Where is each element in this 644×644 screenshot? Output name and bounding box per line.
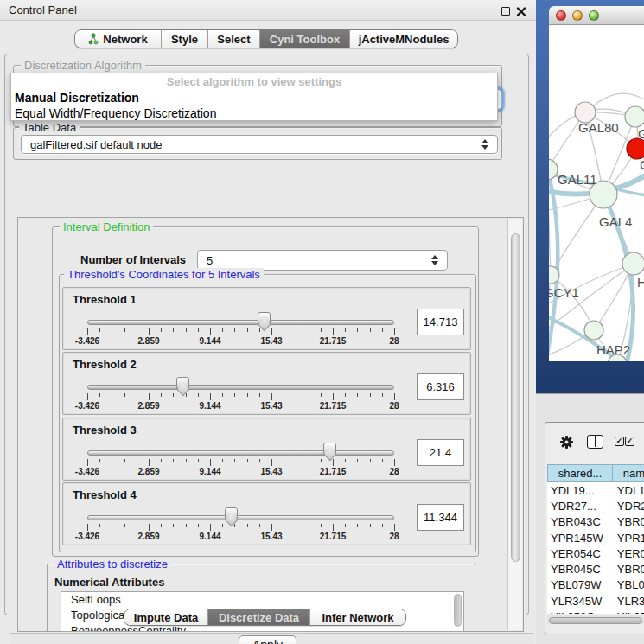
interval-definition-group: Interval Definition Number of Intervals … [52,226,479,557]
tick-label: 15.43 [245,532,297,541]
list-scrollbar[interactable] [454,594,462,627]
threshold-label: Threshold 2 [73,358,137,371]
checkbox-icon[interactable]: ✓ [615,437,624,446]
tick-label: 21.715 [307,467,359,476]
control-panel-window: Control Panel Network Style Select Cyni … [0,0,536,644]
slider-track[interactable] [87,515,394,520]
checkbox-icon[interactable]: ✓ [625,437,634,446]
close-traffic-light[interactable] [556,10,566,21]
threshold-slider-panel: Threshold 3-3.4262.8599.14415.4321.71528… [62,418,471,481]
close-icon[interactable] [516,5,526,16]
algorithm-dropdown-popup: Select algorithm to view settings Manual… [10,73,498,121]
tick-label: -3.426 [61,336,113,346]
threshold-value-field[interactable]: 6.316 [417,373,464,400]
tick-label: 28 [368,336,420,346]
group-title: Attributes to discretize [54,558,171,571]
table-row[interactable]: YER054CYER054C [547,545,644,561]
horizontal-scrollbar[interactable] [547,615,644,624]
cytopanel-tabs: Network Style Select Cyni Toolbox jActiv… [74,29,458,48]
table-row[interactable]: YBL079WYBL079W [547,577,644,593]
network-canvas[interactable]: GAL80GALCGAL11GAL4GCY1HHAP2 [549,25,644,361]
network-node-label: GAL11 [558,172,597,187]
table-row[interactable]: YIL052CYIL052C [547,609,644,614]
attribute-list-item[interactable]: SelfLoops [61,592,463,608]
network-node-label: C [640,157,644,172]
slider-ticks [87,524,395,532]
tab-infer-network[interactable]: Infer Network [310,609,405,625]
slider-thumb[interactable] [176,377,189,389]
group-title: Discretization Algorithm [21,59,145,72]
tab-cyni-toolbox[interactable]: Cyni Toolbox [260,30,350,48]
number-of-intervals-label: Number of Intervals [80,253,186,266]
threshold-label: Threshold 1 [73,293,137,306]
column-header-shared-name[interactable]: shared... [547,464,612,482]
slider-track[interactable] [87,385,394,390]
zoom-traffic-light[interactable] [589,10,599,21]
tick-label: 21.715 [307,401,359,411]
network-node-label: GAL4 [599,214,632,229]
network-node[interactable] [627,138,644,159]
tick-label: 2.859 [123,401,175,411]
threshold-value-field[interactable]: 14.713 [417,309,464,335]
threshold-value-field[interactable]: 21.4 [417,439,464,466]
tick-label: 15.43 [245,467,297,476]
cyni-toolbox-panel: Discretization Algorithm Table Data galF… [4,54,529,615]
table-header-row: shared... name [547,464,644,482]
table-row[interactable]: YBR043CYBR043C [547,514,644,530]
spinner-icon [431,255,439,265]
table-row[interactable]: YDR27...YDR27... [547,498,644,513]
table-row[interactable]: YPR145WYPR145W [547,530,644,545]
threshold-slider-panel: Threshold 4-3.4262.8599.14415.4321.71528… [62,482,471,545]
tick-label: 28 [368,532,420,541]
scrollbar-thumb[interactable] [549,617,642,624]
network-node-label: GCY1 [549,285,579,300]
network-node[interactable] [625,106,644,127]
vertical-scrollbar[interactable] [507,219,522,630]
table-data-group: Table Data galFiltered.sif default node [13,127,502,160]
table-row[interactable]: YLR345WYLR345W [547,593,644,609]
table-rows: YDL19...YDL19...YDR27...YDR27...YBR043CY… [547,482,644,614]
control-panel-titlebar: Control Panel [0,0,536,21]
window-title: Control Panel [9,3,77,16]
slider-thumb[interactable] [258,312,271,324]
network-node[interactable] [584,321,603,340]
gear-icon[interactable] [559,435,574,453]
table-data-select[interactable]: galFiltered.sif default node [21,135,498,154]
threshold-value-field[interactable]: 11.344 [417,504,464,531]
network-node[interactable] [622,252,644,275]
dropdown-hint: Select algorithm to view settings [11,75,497,88]
network-window-titlebar [549,6,644,25]
threshold-slider-panel: Threshold 2-3.4262.8599.14415.4321.71528… [62,352,471,415]
tab-jactivemnodules[interactable]: jActiveMNodules [350,30,457,48]
network-node-label: HAP2 [596,342,630,357]
tick-label: 9.144 [184,401,236,411]
network-node-label: GAL80 [578,120,619,135]
table-row[interactable]: YBR045CYBR045C [547,561,644,577]
slider-thumb[interactable] [323,443,336,455]
tab-discretize-data[interactable]: Discretize Data [208,609,310,625]
tick-label: 2.859 [123,532,175,541]
spinner-icon [481,139,489,150]
apply-button[interactable]: Apply [239,635,296,644]
slider-thumb[interactable] [225,507,238,520]
table-row[interactable]: YDL19...YDL19... [547,482,644,498]
float-window-icon[interactable] [501,7,510,16]
tick-label: 2.859 [123,336,175,346]
threshold-label: Threshold 3 [73,424,137,437]
tab-network[interactable]: Network [75,30,162,48]
tick-label: 28 [368,401,420,411]
scrollbar-thumb[interactable] [511,233,520,562]
dropdown-option-equal-width[interactable]: Equal Width/Frequency Discretization [15,105,495,121]
dropdown-option-manual[interactable]: Manual Discretization [15,90,495,105]
table-browser-window: ✓ ✓ shared... name YDL19...YDL19...YDR27… [545,422,644,634]
minimize-traffic-light[interactable] [572,10,583,21]
column-header-name[interactable]: name [612,464,644,482]
tab-select[interactable]: Select [208,30,260,48]
slider-track[interactable] [87,320,394,325]
tab-impute-data[interactable]: Impute Data [124,609,208,625]
tick-label: 2.859 [123,467,175,476]
column-layout-icon[interactable] [587,435,603,449]
tick-label: 9.144 [184,467,236,476]
slider-track[interactable] [87,450,394,456]
tab-style[interactable]: Style [162,30,208,48]
